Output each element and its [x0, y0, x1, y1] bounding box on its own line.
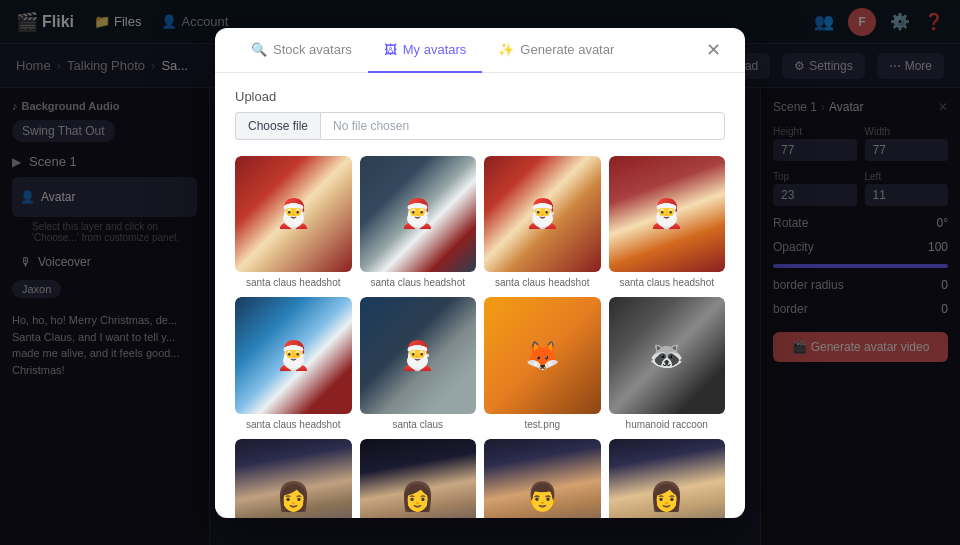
grid-item-raccoon[interactable]: 🦝 humanoid raccoon: [609, 297, 726, 431]
grid-item-test[interactable]: 🦊 test.png: [484, 297, 601, 431]
image-icon: 🖼: [384, 42, 397, 57]
grid-item-santa-4[interactable]: 🎅 santa claus headshot: [609, 156, 726, 290]
avatar-image-raccoon: 🦝: [609, 297, 726, 414]
avatar-label-santa-1: santa claus headshot: [235, 276, 352, 289]
avatar-image-santa-1: 🎅: [235, 156, 352, 273]
modal-overlay[interactable]: 🔍 Stock avatars 🖼 My avatars ✨ Generate …: [0, 0, 960, 545]
file-choose-label: Choose file: [248, 119, 308, 133]
modal-close-button[interactable]: ✕: [702, 35, 725, 65]
tab-my-avatars[interactable]: 🖼 My avatars: [368, 28, 483, 73]
avatar-image-santa-6: 🎅: [360, 297, 477, 414]
avatar-image-santa-5: 🎅: [235, 297, 352, 414]
grid-item-portrait-f2[interactable]: 👩: [360, 439, 477, 518]
search-icon: 🔍: [251, 42, 267, 57]
grid-item-portrait-f3[interactable]: 👩: [609, 439, 726, 518]
avatar-image-portrait-f1: 👩: [235, 439, 352, 518]
avatar-image-portrait-m: 👨: [484, 439, 601, 518]
avatar-image-portrait-f3: 👩: [609, 439, 726, 518]
avatar-label-test: test.png: [484, 418, 601, 431]
upload-label: Upload: [235, 89, 725, 104]
file-input-row: Choose file No file chosen: [235, 112, 725, 140]
app-background: 🎬 Fliki 📁 Files 👤 Account 👥 F ⚙️ ❓ Home …: [0, 0, 960, 545]
image-grid: 🎅 santa claus headshot 🎅 santa claus hea…: [235, 156, 725, 518]
avatar-image-portrait-f2: 👩: [360, 439, 477, 518]
avatar-label-raccoon: humanoid raccoon: [609, 418, 726, 431]
avatar-label-santa-3: santa claus headshot: [484, 276, 601, 289]
grid-item-santa-2[interactable]: 🎅 santa claus headshot: [360, 156, 477, 290]
grid-item-portrait-m[interactable]: 👨: [484, 439, 601, 518]
tab-stock-label: Stock avatars: [273, 42, 352, 57]
avatar-label-santa-4: santa claus headshot: [609, 276, 726, 289]
avatar-label-santa-6: santa claus: [360, 418, 477, 431]
avatar-label-santa-5: santa claus headshot: [235, 418, 352, 431]
modal-header: 🔍 Stock avatars 🖼 My avatars ✨ Generate …: [215, 28, 745, 73]
tab-generate-label: Generate avatar: [520, 42, 614, 57]
modal-body: Upload Choose file No file chosen 🎅: [215, 73, 745, 518]
file-name-display: No file chosen: [320, 112, 725, 140]
sparkle-icon: ✨: [498, 42, 514, 57]
avatar-image-santa-3: 🎅: [484, 156, 601, 273]
grid-item-santa-3[interactable]: 🎅 santa claus headshot: [484, 156, 601, 290]
file-choose-button[interactable]: Choose file: [235, 112, 320, 140]
grid-item-santa-1[interactable]: 🎅 santa claus headshot: [235, 156, 352, 290]
avatar-image-santa-2: 🎅: [360, 156, 477, 273]
grid-item-santa-6[interactable]: 🎅 santa claus: [360, 297, 477, 431]
avatar-image-santa-4: 🎅: [609, 156, 726, 273]
upload-section: Upload Choose file No file chosen: [235, 89, 725, 140]
tab-generate-avatar[interactable]: ✨ Generate avatar: [482, 28, 630, 73]
grid-item-portrait-f1[interactable]: 👩: [235, 439, 352, 518]
tab-stock-avatars[interactable]: 🔍 Stock avatars: [235, 28, 368, 73]
avatar-label-santa-2: santa claus headshot: [360, 276, 477, 289]
avatar-modal: 🔍 Stock avatars 🖼 My avatars ✨ Generate …: [215, 28, 745, 518]
grid-item-santa-5[interactable]: 🎅 santa claus headshot: [235, 297, 352, 431]
tab-my-label: My avatars: [403, 42, 467, 57]
avatar-image-test: 🦊: [484, 297, 601, 414]
